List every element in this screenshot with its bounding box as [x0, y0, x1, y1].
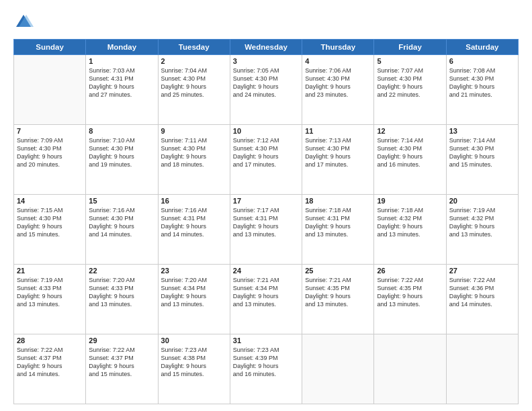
- calendar-day-cell: 27Sunrise: 7:22 AM Sunset: 4:36 PM Dayli…: [446, 265, 518, 334]
- day-of-week-header: Friday: [374, 40, 446, 55]
- day-info: Sunrise: 7:04 AM Sunset: 4:30 PM Dayligh…: [161, 66, 227, 99]
- day-of-week-header: Saturday: [446, 40, 518, 55]
- day-number: 1: [89, 57, 154, 65]
- day-info: Sunrise: 7:19 AM Sunset: 4:32 PM Dayligh…: [449, 206, 515, 239]
- day-info: Sunrise: 7:23 AM Sunset: 4:38 PM Dayligh…: [161, 346, 227, 379]
- calendar-day-cell: 22Sunrise: 7:20 AM Sunset: 4:33 PM Dayli…: [86, 265, 158, 334]
- calendar-day-cell: [374, 334, 446, 404]
- day-number: 22: [89, 267, 154, 275]
- calendar-day-cell: 31Sunrise: 7:23 AM Sunset: 4:39 PM Dayli…: [230, 334, 302, 404]
- day-of-week-header: Tuesday: [158, 40, 230, 55]
- calendar-day-cell: [446, 334, 518, 404]
- day-info: Sunrise: 7:15 AM Sunset: 4:30 PM Dayligh…: [17, 206, 83, 239]
- day-info: Sunrise: 7:19 AM Sunset: 4:33 PM Dayligh…: [17, 276, 83, 309]
- day-number: 19: [377, 197, 443, 205]
- day-info: Sunrise: 7:20 AM Sunset: 4:33 PM Dayligh…: [89, 276, 154, 309]
- day-info: Sunrise: 7:12 AM Sunset: 4:30 PM Dayligh…: [233, 136, 299, 169]
- calendar-day-cell: [302, 334, 374, 404]
- logo-icon: [13, 12, 34, 32]
- day-info: Sunrise: 7:07 AM Sunset: 4:30 PM Dayligh…: [377, 66, 443, 99]
- calendar-week-row: 28Sunrise: 7:22 AM Sunset: 4:37 PM Dayli…: [14, 334, 519, 404]
- calendar-day-cell: 20Sunrise: 7:19 AM Sunset: 4:32 PM Dayli…: [446, 195, 518, 265]
- day-info: Sunrise: 7:14 AM Sunset: 4:30 PM Dayligh…: [449, 136, 515, 169]
- day-number: 31: [233, 336, 299, 345]
- calendar-day-cell: 29Sunrise: 7:22 AM Sunset: 4:37 PM Dayli…: [86, 334, 158, 404]
- day-info: Sunrise: 7:14 AM Sunset: 4:30 PM Dayligh…: [377, 136, 443, 169]
- day-info: Sunrise: 7:18 AM Sunset: 4:31 PM Dayligh…: [305, 206, 371, 239]
- calendar-week-row: 7Sunrise: 7:09 AM Sunset: 4:30 PM Daylig…: [14, 125, 519, 195]
- day-info: Sunrise: 7:18 AM Sunset: 4:32 PM Dayligh…: [377, 206, 443, 239]
- day-number: 12: [377, 127, 443, 135]
- day-of-week-header: Monday: [86, 40, 158, 55]
- day-number: 4: [305, 57, 371, 65]
- page: SundayMondayTuesdayWednesdayThursdayFrid…: [0, 0, 532, 411]
- day-number: 27: [449, 267, 515, 275]
- day-number: 10: [233, 127, 299, 135]
- day-number: 13: [449, 127, 515, 135]
- calendar-day-cell: 19Sunrise: 7:18 AM Sunset: 4:32 PM Dayli…: [374, 195, 446, 265]
- day-number: 9: [161, 127, 227, 135]
- calendar-day-cell: 25Sunrise: 7:21 AM Sunset: 4:35 PM Dayli…: [302, 265, 374, 334]
- day-number: 11: [305, 127, 371, 135]
- day-number: 8: [89, 127, 154, 135]
- calendar-day-cell: 13Sunrise: 7:14 AM Sunset: 4:30 PM Dayli…: [446, 125, 518, 195]
- calendar-day-cell: 26Sunrise: 7:22 AM Sunset: 4:35 PM Dayli…: [374, 265, 446, 334]
- day-of-week-header: Sunday: [14, 40, 86, 55]
- calendar-day-cell: 3Sunrise: 7:05 AM Sunset: 4:30 PM Daylig…: [230, 55, 302, 125]
- day-number: 16: [161, 197, 227, 205]
- calendar-table: SundayMondayTuesdayWednesdayThursdayFrid…: [13, 39, 519, 404]
- header: [13, 12, 519, 32]
- day-number: 23: [161, 267, 227, 275]
- day-info: Sunrise: 7:21 AM Sunset: 4:35 PM Dayligh…: [305, 276, 371, 309]
- calendar-day-cell: 7Sunrise: 7:09 AM Sunset: 4:30 PM Daylig…: [14, 125, 86, 195]
- day-info: Sunrise: 7:22 AM Sunset: 4:35 PM Dayligh…: [377, 276, 443, 309]
- day-info: Sunrise: 7:03 AM Sunset: 4:31 PM Dayligh…: [89, 66, 154, 99]
- calendar-week-row: 14Sunrise: 7:15 AM Sunset: 4:30 PM Dayli…: [14, 195, 519, 265]
- calendar-day-cell: 6Sunrise: 7:08 AM Sunset: 4:30 PM Daylig…: [446, 55, 518, 125]
- day-info: Sunrise: 7:08 AM Sunset: 4:30 PM Dayligh…: [449, 66, 515, 99]
- calendar-day-cell: 15Sunrise: 7:16 AM Sunset: 4:30 PM Dayli…: [86, 195, 158, 265]
- calendar-day-cell: 23Sunrise: 7:20 AM Sunset: 4:34 PM Dayli…: [158, 265, 230, 334]
- day-of-week-header: Wednesday: [230, 40, 302, 55]
- calendar-day-cell: 8Sunrise: 7:10 AM Sunset: 4:30 PM Daylig…: [86, 125, 158, 195]
- calendar-day-cell: 5Sunrise: 7:07 AM Sunset: 4:30 PM Daylig…: [374, 55, 446, 125]
- day-info: Sunrise: 7:17 AM Sunset: 4:31 PM Dayligh…: [233, 206, 299, 239]
- day-number: 21: [17, 267, 83, 275]
- day-number: 7: [17, 127, 83, 135]
- calendar-day-cell: 11Sunrise: 7:13 AM Sunset: 4:30 PM Dayli…: [302, 125, 374, 195]
- day-number: 2: [161, 57, 227, 65]
- day-info: Sunrise: 7:05 AM Sunset: 4:30 PM Dayligh…: [233, 66, 299, 99]
- calendar-day-cell: 12Sunrise: 7:14 AM Sunset: 4:30 PM Dayli…: [374, 125, 446, 195]
- day-number: 20: [449, 197, 515, 205]
- calendar-header-row: SundayMondayTuesdayWednesdayThursdayFrid…: [14, 40, 519, 55]
- day-number: 25: [305, 267, 371, 275]
- day-number: 26: [377, 267, 443, 275]
- day-info: Sunrise: 7:16 AM Sunset: 4:31 PM Dayligh…: [161, 206, 227, 239]
- calendar-day-cell: 17Sunrise: 7:17 AM Sunset: 4:31 PM Dayli…: [230, 195, 302, 265]
- day-number: 15: [89, 197, 154, 205]
- day-info: Sunrise: 7:09 AM Sunset: 4:30 PM Dayligh…: [17, 136, 83, 169]
- day-info: Sunrise: 7:06 AM Sunset: 4:30 PM Dayligh…: [305, 66, 371, 99]
- calendar-week-row: 1Sunrise: 7:03 AM Sunset: 4:31 PM Daylig…: [14, 55, 519, 125]
- day-info: Sunrise: 7:21 AM Sunset: 4:34 PM Dayligh…: [233, 276, 299, 309]
- calendar-day-cell: 30Sunrise: 7:23 AM Sunset: 4:38 PM Dayli…: [158, 334, 230, 404]
- day-info: Sunrise: 7:16 AM Sunset: 4:30 PM Dayligh…: [89, 206, 154, 239]
- day-number: 29: [89, 336, 154, 345]
- calendar-day-cell: 18Sunrise: 7:18 AM Sunset: 4:31 PM Dayli…: [302, 195, 374, 265]
- day-number: 3: [233, 57, 299, 65]
- day-of-week-header: Thursday: [302, 40, 374, 55]
- calendar-day-cell: 14Sunrise: 7:15 AM Sunset: 4:30 PM Dayli…: [14, 195, 86, 265]
- day-number: 6: [449, 57, 515, 65]
- day-info: Sunrise: 7:23 AM Sunset: 4:39 PM Dayligh…: [233, 346, 299, 379]
- day-number: 18: [305, 197, 371, 205]
- day-number: 28: [17, 336, 83, 345]
- calendar-day-cell: 1Sunrise: 7:03 AM Sunset: 4:31 PM Daylig…: [86, 55, 158, 125]
- day-number: 5: [377, 57, 443, 65]
- day-info: Sunrise: 7:22 AM Sunset: 4:36 PM Dayligh…: [449, 276, 515, 309]
- calendar-week-row: 21Sunrise: 7:19 AM Sunset: 4:33 PM Dayli…: [14, 265, 519, 334]
- day-number: 17: [233, 197, 299, 205]
- day-number: 14: [17, 197, 83, 205]
- day-info: Sunrise: 7:11 AM Sunset: 4:30 PM Dayligh…: [161, 136, 227, 169]
- day-info: Sunrise: 7:20 AM Sunset: 4:34 PM Dayligh…: [161, 276, 227, 309]
- calendar-day-cell: 21Sunrise: 7:19 AM Sunset: 4:33 PM Dayli…: [14, 265, 86, 334]
